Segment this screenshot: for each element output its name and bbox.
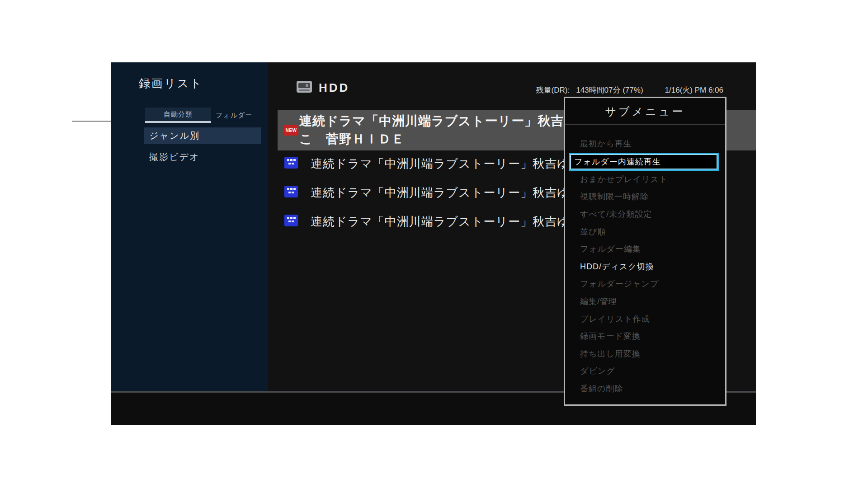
submenu-item-dubbing: ダビング [565, 362, 725, 380]
recording-title: 連続ドラマ「中洲川端ラブストーリー」秋吉ゆうみ こ 菅野ＨＩＤＥ [299, 112, 604, 148]
recording-title: 連続ドラマ「中洲川端ラブストーリー」秋吉ゆうみ [311, 185, 594, 201]
submenu-item-hdd-disc-switch[interactable]: HDD/ディスク切換 [565, 258, 725, 276]
submenu-item-list: 最初から再生 フォルダー内連続再生 おまかせプレイリスト 視聴制限一時解除 すべ… [565, 135, 725, 397]
submenu-item-folder-jump: フォルダージャンプ [565, 275, 725, 293]
submenu-title: サブメニュー [565, 104, 725, 119]
submenu-item-delete-program: 番組の削除 [565, 380, 725, 398]
clock: 1/16(火) PM 6:06 [665, 85, 723, 95]
recording-title: 連続ドラマ「中洲川端ラブストーリー」秋吉ゆうみ [311, 156, 594, 172]
submenu-item-all-unclassified: すべて/未分類設定 [565, 206, 725, 223]
tab-folder[interactable]: フォルダー [216, 108, 252, 123]
submenu-divider [565, 124, 725, 125]
submenu-item-folder-continuous-play[interactable]: フォルダー内連続再生 [569, 153, 719, 171]
recorder-screen: 録画リスト 自動分類 フォルダー ジャンル別 撮影ビデオ HDD [111, 62, 756, 425]
page-title: 録画リスト [139, 76, 203, 91]
callout-tick-line [72, 121, 111, 122]
submenu-item-auto-playlist: おまかせプレイリスト [565, 171, 725, 188]
hdd-icon [296, 80, 312, 95]
tab-auto-classify[interactable]: 自動分類 [145, 108, 211, 123]
status-bar: 残量(DR):143時間07分 (77%) 1/16(火) PM 6:06 [536, 85, 723, 95]
submenu-item-mobile-convert: 持ち出し用変換 [565, 345, 725, 363]
remaining-capacity: 残量(DR):143時間07分 (77%) [536, 85, 643, 95]
remaining-capacity-label: 残量(DR): [536, 86, 570, 94]
submenu-panel: サブメニュー 最初から再生 フォルダー内連続再生 おまかせプレイリスト 視聴制限… [564, 97, 726, 406]
recording-title-line2: こ 菅野ＨＩＤＥ [299, 130, 604, 148]
device-indicator: HDD [296, 80, 349, 95]
device-label: HDD [319, 81, 349, 95]
sidebar: 録画リスト 自動分類 フォルダー ジャンル別 撮影ビデオ [111, 62, 268, 391]
new-badge: NEW [284, 125, 298, 136]
sidebar-item-camcorder-video[interactable]: 撮影ビデオ [149, 149, 199, 164]
submenu-item-parental-unlock: 視聴制限一時解除 [565, 188, 725, 206]
submenu-item-rec-mode-convert: 録画モード変換 [565, 328, 725, 345]
sidebar-item-genre[interactable]: ジャンル別 [144, 127, 261, 144]
series-icon [284, 215, 298, 228]
submenu-item-play-from-start: 最初から再生 [565, 135, 725, 153]
recording-title-line1: 連続ドラマ「中洲川端ラブストーリー」秋吉ゆうみ [299, 112, 604, 130]
remaining-capacity-value: 143時間07分 (77%) [576, 86, 643, 94]
series-icon [284, 157, 298, 170]
series-icon [284, 186, 298, 199]
submenu-item-folder-edit: フォルダー編集 [565, 240, 725, 258]
submenu-item-create-playlist: プレイリスト作成 [565, 310, 725, 328]
manual-page-background: 録画リスト 自動分類 フォルダー ジャンル別 撮影ビデオ HDD [0, 0, 868, 488]
submenu-item-sort-order: 並び順 [565, 223, 725, 240]
recording-title: 連続ドラマ「中洲川端ラブストーリー」秋吉ゆうみ [311, 214, 594, 230]
submenu-item-edit-manage: 編集/管理 [565, 293, 725, 310]
